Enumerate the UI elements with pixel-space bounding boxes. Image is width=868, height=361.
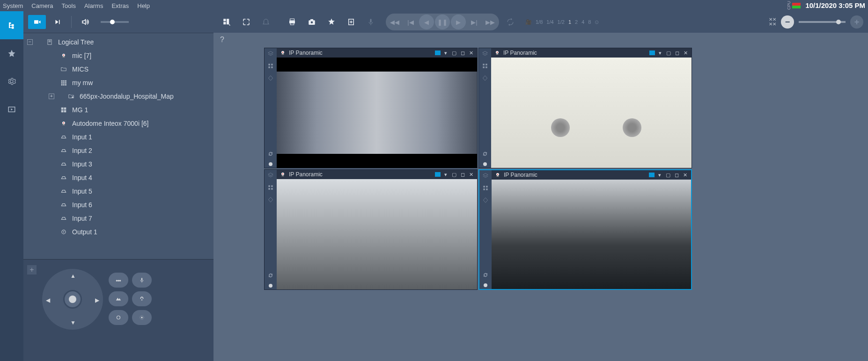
pause-button[interactable]: ❚❚ bbox=[435, 14, 450, 29]
rewind-fast-button[interactable]: ◀◀ bbox=[387, 14, 402, 29]
pane-refresh-icon[interactable] bbox=[267, 272, 274, 279]
ptz-up-icon[interactable]: ▲ bbox=[70, 273, 76, 279]
rail-playback-icon[interactable] bbox=[0, 95, 23, 123]
menu-system[interactable]: System bbox=[3, 2, 23, 9]
volume-slider[interactable] bbox=[101, 21, 129, 23]
step-forward-button[interactable]: ▶ bbox=[451, 14, 466, 29]
tree-root[interactable]: − Logical Tree bbox=[23, 35, 213, 49]
tree-item[interactable]: +665px-Joondalup_Hospital_Map bbox=[23, 89, 213, 103]
live-mode-button[interactable] bbox=[28, 15, 46, 29]
zoom-out-button[interactable]: − bbox=[781, 15, 794, 29]
step-back-button[interactable]: ◀ bbox=[419, 14, 434, 29]
chevron-down-icon[interactable]: ▾ bbox=[656, 172, 663, 178]
video-feed[interactable] bbox=[491, 58, 691, 168]
tree-item[interactable]: Input 5 bbox=[23, 184, 213, 198]
tree-item[interactable]: Input 4 bbox=[23, 171, 213, 184]
pane-layers-icon[interactable] bbox=[267, 172, 274, 179]
tree-item[interactable]: Input 6 bbox=[23, 198, 213, 211]
expand-icon[interactable]: + bbox=[49, 94, 54, 99]
pane-layers-icon[interactable] bbox=[267, 50, 274, 58]
help-icon[interactable]: ? bbox=[220, 36, 224, 44]
ptz-mic-button[interactable] bbox=[132, 273, 152, 288]
ptz-down-icon[interactable]: ▼ bbox=[70, 319, 76, 326]
pane-record-icon[interactable] bbox=[483, 162, 487, 166]
speaker-icon[interactable] bbox=[76, 15, 94, 29]
pane-refresh-icon[interactable] bbox=[482, 271, 489, 279]
pane-refresh-icon[interactable] bbox=[267, 150, 274, 158]
ptz-preset-button[interactable] bbox=[109, 273, 128, 288]
pane-layers-icon[interactable] bbox=[482, 172, 489, 180]
tree-item[interactable]: mic [7] bbox=[23, 49, 213, 62]
ptz-aux2-button[interactable] bbox=[132, 310, 152, 325]
rewind-button[interactable]: |◀ bbox=[403, 14, 418, 29]
video-feed[interactable] bbox=[492, 180, 691, 289]
menu-camera[interactable]: Camera bbox=[31, 2, 53, 9]
chevron-down-icon[interactable]: ▾ bbox=[442, 50, 449, 56]
video-pane[interactable]: IP Panoramic ▾ ▢ ◻ ✕ bbox=[264, 169, 478, 290]
tree-item[interactable]: Autodome Inteox 7000i [6] bbox=[23, 116, 213, 130]
alarm-button[interactable] bbox=[257, 14, 274, 30]
minimize-icon[interactable]: ▢ bbox=[665, 172, 671, 178]
close-icon[interactable]: ✕ bbox=[468, 172, 474, 177]
minimize-icon[interactable]: ▢ bbox=[451, 172, 457, 177]
play-forward-button[interactable] bbox=[49, 15, 66, 29]
ptz-aux1-button[interactable] bbox=[109, 310, 128, 325]
pane-grid-icon[interactable] bbox=[481, 62, 489, 70]
video-feed[interactable] bbox=[277, 58, 477, 168]
pane-grid-icon[interactable] bbox=[267, 184, 274, 191]
chevron-down-icon[interactable]: ▾ bbox=[657, 50, 663, 56]
pane-grid-icon[interactable] bbox=[482, 184, 489, 192]
collapse-icon[interactable]: − bbox=[27, 39, 33, 45]
pane-diamond-icon[interactable] bbox=[267, 74, 274, 82]
rail-star-icon[interactable] bbox=[0, 39, 23, 67]
maximize-icon[interactable]: ◻ bbox=[674, 50, 680, 56]
maximize-icon[interactable]: ◻ bbox=[459, 50, 466, 56]
pane-refresh-icon[interactable] bbox=[481, 150, 489, 158]
ptz-center-button[interactable] bbox=[63, 290, 82, 309]
ptz-right-icon[interactable]: ▶ bbox=[95, 297, 99, 303]
forward-fast-button[interactable]: ▶▶ bbox=[483, 14, 498, 29]
fullscreen-button[interactable] bbox=[238, 14, 255, 30]
menu-tools[interactable]: Tools bbox=[62, 2, 76, 9]
minimize-icon[interactable]: ▢ bbox=[665, 50, 672, 56]
tree-item[interactable]: MG 1 bbox=[23, 103, 213, 116]
forward-button[interactable]: ▶| bbox=[467, 14, 482, 29]
tree-item[interactable]: Input 2 bbox=[23, 144, 213, 157]
tree-item[interactable]: MICS bbox=[23, 62, 213, 76]
menu-help[interactable]: Help bbox=[137, 2, 150, 9]
pane-diamond-icon[interactable] bbox=[481, 74, 489, 82]
video-pane[interactable]: IP Panoramic ▾ ▢ ◻ ✕ bbox=[478, 169, 692, 290]
favorite-button[interactable] bbox=[323, 14, 340, 30]
pane-record-icon[interactable] bbox=[484, 283, 487, 287]
pane-grid-icon[interactable] bbox=[267, 62, 274, 70]
layout-button[interactable] bbox=[218, 14, 235, 30]
maximize-icon[interactable]: ◻ bbox=[459, 172, 466, 177]
close-icon[interactable]: ✕ bbox=[682, 50, 689, 56]
pane-diamond-icon[interactable] bbox=[267, 196, 274, 203]
tree-item[interactable]: Input 7 bbox=[23, 211, 213, 225]
pane-diamond-icon[interactable] bbox=[482, 196, 489, 204]
tree-item[interactable]: Input 3 bbox=[23, 157, 213, 171]
pane-record-icon[interactable] bbox=[269, 284, 272, 288]
ptz-joystick[interactable]: ▲ ▼ ◀ ▶ bbox=[42, 269, 103, 330]
ptz-left-icon[interactable]: ◀ bbox=[46, 297, 50, 303]
close-icon[interactable]: ✕ bbox=[682, 172, 688, 178]
pane-record-icon[interactable] bbox=[269, 162, 272, 166]
tree-item[interactable]: my mw bbox=[23, 76, 213, 89]
minimize-icon[interactable]: ▢ bbox=[451, 50, 457, 56]
loop-button[interactable] bbox=[502, 14, 519, 30]
snapshot-button[interactable] bbox=[303, 14, 320, 30]
rail-gear-icon[interactable] bbox=[0, 67, 23, 95]
zoom-in-button[interactable]: + bbox=[850, 15, 863, 29]
ptz-iris-button[interactable] bbox=[109, 291, 128, 306]
close-icon[interactable]: ✕ bbox=[468, 50, 474, 56]
grid-collapse-icon[interactable]: ✕✕✕✕ bbox=[769, 18, 776, 26]
video-feed[interactable] bbox=[277, 179, 477, 289]
tree-item[interactable]: Input 1 bbox=[23, 130, 213, 144]
maximize-icon[interactable]: ◻ bbox=[673, 172, 680, 178]
zoom-slider[interactable] bbox=[799, 21, 846, 23]
menu-extras[interactable]: Extras bbox=[111, 2, 129, 9]
video-pane[interactable]: IP Panoramic ▾ ▢ ◻ ✕ bbox=[478, 48, 692, 168]
ptz-focus-button[interactable] bbox=[132, 291, 152, 306]
rail-tree-icon[interactable] bbox=[0, 11, 23, 39]
